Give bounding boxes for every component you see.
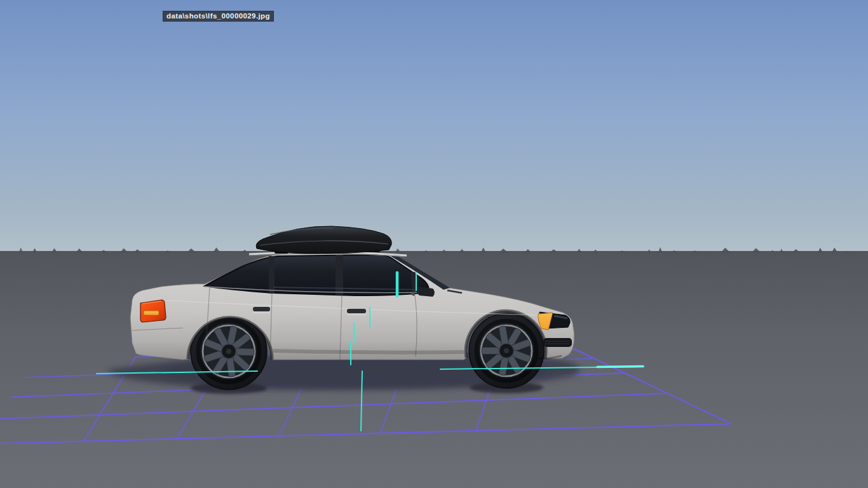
debug-line-front-bright (597, 367, 643, 367)
door-handle-front (347, 309, 366, 313)
screenshot-path-text: data\shots\lfs_00000029.jpg (166, 12, 270, 20)
game-viewport[interactable]: data\shots\lfs_00000029.jpg (0, 0, 868, 488)
door-handle-rear (253, 307, 270, 311)
sky (0, 0, 868, 254)
front-intake (543, 338, 572, 347)
scene-3d-render (0, 0, 868, 488)
taillight (140, 300, 166, 322)
front-wheel (469, 313, 544, 388)
screenshot-path-label: data\shots\lfs_00000029.jpg (163, 11, 274, 22)
b-pillar (269, 256, 275, 294)
